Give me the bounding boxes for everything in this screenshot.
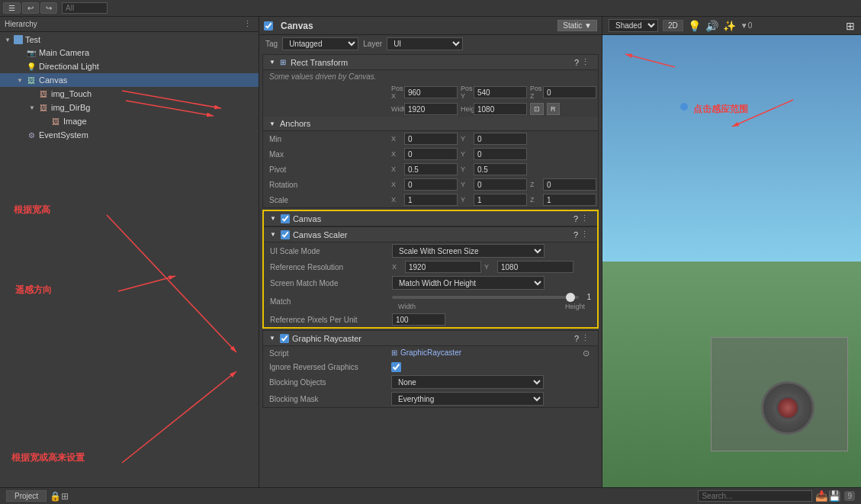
undo-button[interactable]: ↩ [22,2,39,14]
ref-res-label: Reference Resolution [270,263,392,271]
canvas-comp-menu[interactable]: ⋮ [578,213,591,223]
match-label: Match [270,297,392,306]
ref-pixels-input[interactable] [392,313,445,326]
rot-z-input[interactable] [543,178,596,191]
match-slider-track[interactable] [392,296,579,299]
rot-x-input[interactable] [404,178,458,191]
ui-scale-mode-value: Scale With Screen Size Constant Pixel Si… [392,244,591,258]
match-slider-container: 1 [392,293,591,301]
rt-icon: ⊞ [280,58,286,66]
effects-icon[interactable]: ✨ [723,20,736,32]
layout-icon[interactable]: ⊞ [61,491,69,502]
min-x-label: X [391,135,402,143]
scale-y-input[interactable] [474,194,527,206]
match-slider-thumb[interactable] [566,293,575,302]
layer-dropdown[interactable]: UI [387,37,463,50]
constrain-btn[interactable]: ⊡ [530,103,544,115]
img-dirbg-icon: 🖼 [38,102,49,113]
scene-gizmos-btn[interactable]: ⊞ [846,20,855,32]
ref-res-y-input[interactable] [497,261,573,273]
height-input[interactable] [474,103,527,115]
scale-z-input[interactable] [543,194,596,206]
gr-checkbox[interactable] [280,334,289,343]
tree-item-canvas[interactable]: ▼ 🖼 Canvas [0,73,259,87]
posz-input[interactable] [543,86,596,98]
blocking-objects-row: Blocking Objects None Two D Three D All [263,374,598,390]
max-x-input[interactable] [404,148,458,160]
rt-menu-btn[interactable]: ⋮ [579,57,592,67]
tree-item-img-touch[interactable]: 🖼 img_Touch [0,87,259,101]
pivot-x-input[interactable] [404,163,458,175]
ref-res-x-input[interactable] [405,261,481,273]
import-btn[interactable]: 📥 [815,490,828,502]
tree-item-eventsystem[interactable]: ⚙ EventSystem [0,128,259,142]
annotation-click-range: 点击感应范围 [693,103,748,116]
ignore-reversed-checkbox[interactable] [391,362,401,372]
width-input[interactable] [404,103,458,115]
script-edit-btn[interactable]: ⊙ [580,348,592,358]
save-btn[interactable]: 💾 [828,490,841,502]
scene-panel: Shaded 2D 💡 🔊 ✨ ▼0 ⊞ 点击感应范围 [602,17,861,487]
canvas-comp-checkbox[interactable] [281,214,290,223]
blocking-mask-dropdown[interactable]: Everything Nothing [391,392,544,406]
blocking-objects-dropdown[interactable]: None Two D Three D All [391,375,544,389]
project-tab[interactable]: Project [6,490,47,502]
audio-icon[interactable]: 🔊 [705,20,718,32]
max-y-input[interactable] [474,148,527,160]
screen-match-value: Match Width Or Height Expand Shrink [392,276,591,290]
graphic-raycaster-header[interactable]: ▼ Graphic Raycaster ? ⋮ [263,331,598,346]
menu-button[interactable]: ☰ [3,2,21,14]
tree-item-main-camera[interactable]: 📷 Main Camera [0,46,259,59]
tree-item-img-dirbg[interactable]: ▼ 🖼 img_DirBg [0,101,259,114]
scene-stats: ▼0 [741,21,752,30]
shaded-dropdown[interactable]: Shaded [609,19,658,32]
ref-res-x-label: X [392,263,403,271]
tree-item-image[interactable]: 🖼 Image [0,114,259,128]
lock-icon[interactable]: 🔒 [50,491,61,502]
posx-input[interactable] [404,86,458,98]
blocking-objects-label: Blocking Objects [269,378,391,387]
anchors-header[interactable]: ▼ Anchors [263,117,598,131]
lighting-icon[interactable]: 💡 [688,20,701,32]
min-x-input[interactable] [404,133,458,145]
reset-btn[interactable]: R [547,103,560,115]
rt-arrow: ▼ [269,59,275,66]
match-height-label: Height [565,303,585,310]
posy-input[interactable] [474,86,527,98]
rot-y-input[interactable] [474,178,527,191]
rect-transform-header[interactable]: ▼ ⊞ Rect Transform ? ⋮ [263,55,598,70]
inspector-scroll: ▼ ⊞ Rect Transform ? ⋮ Some values drive… [259,53,602,487]
anchor-min-label: Min [269,135,391,143]
search-input[interactable] [62,2,108,14]
canvas-active-checkbox[interactable] [264,21,273,30]
hierarchy-menu-btn[interactable]: ⋮ [241,19,254,29]
gr-menu-btn[interactable]: ⋮ [579,333,592,343]
scale-x-input[interactable] [404,194,458,206]
canvas-scaler-header[interactable]: ▼ Canvas Scaler ? ⋮ [264,227,597,242]
bottom-search-input[interactable] [698,490,812,502]
pos-value: Pos X Pos Y Pos Z [391,85,596,100]
ref-pixels-row: Reference Pixels Per Unit [264,312,597,327]
screen-match-dropdown[interactable]: Match Width Or Height Expand Shrink [392,276,545,290]
scene-sky [602,35,861,262]
redo-button[interactable]: ↪ [40,2,57,14]
dirbg-arrow: ▼ [27,103,37,112]
min-y-input[interactable] [474,133,527,145]
rot-x-label: X [391,181,402,188]
canvas-comp-header[interactable]: ▼ Canvas 遥感背景 ? ⋮ [264,211,597,226]
ui-scale-mode-dropdown[interactable]: Scale With Screen Size Constant Pixel Si… [392,244,545,258]
rot-z-label: Z [530,181,541,188]
tag-dropdown[interactable]: Untagged [282,37,358,50]
scaler-menu-btn[interactable]: ⋮ [578,230,591,239]
static-button[interactable]: Static ▼ [557,20,597,31]
pivot-y-input[interactable] [474,163,527,175]
ignore-reversed-value [391,362,592,372]
scaler-checkbox[interactable] [281,230,290,239]
2d-button[interactable]: 2D [663,20,683,31]
ignore-reversed-label: Ignore Reversed Graphics [269,363,391,371]
tree-item-root[interactable]: ▼ Test [0,34,259,46]
rotation-value: X Y Z [391,178,596,191]
tree-item-directional-light[interactable]: 💡 Directional Light [0,59,259,73]
light-arrow [15,62,24,71]
hierarchy-panel: Hierarchy ⋮ ▼ Test 📷 Main Camera 💡 Direc… [0,17,259,487]
